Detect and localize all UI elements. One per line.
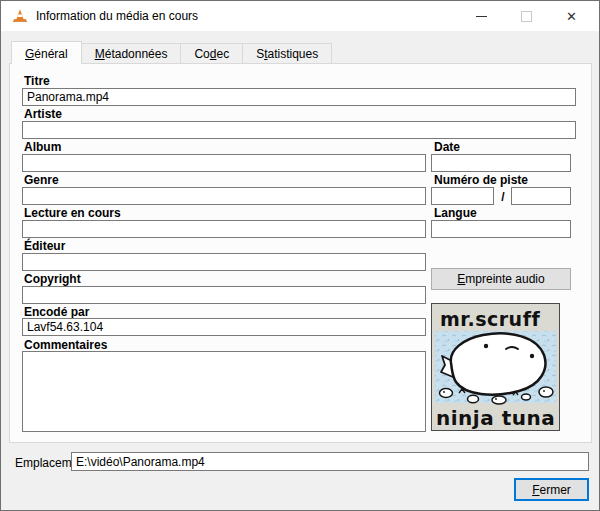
minimize-icon [476, 16, 487, 17]
tab-statistiques[interactable]: Statistiques [243, 43, 332, 64]
artiste-input[interactable] [22, 121, 576, 139]
album-art-image: mr.scruff ninja tuna [431, 303, 560, 431]
maximize-icon [521, 11, 532, 22]
album-label: Album [24, 140, 61, 154]
copyright-input[interactable] [22, 286, 426, 304]
encoded-by-input[interactable] [22, 318, 426, 336]
maximize-button [504, 1, 549, 31]
language-label: Langue [434, 206, 477, 220]
vlc-cone-icon [12, 8, 28, 24]
publisher-label: Éditeur [24, 239, 65, 253]
tab-general[interactable]: Général [11, 41, 82, 64]
track-number-input[interactable] [431, 187, 494, 205]
media-info-dialog: Information du média en cours ✕ Général … [0, 0, 600, 511]
now-playing-label: Lecture en cours [24, 206, 121, 220]
window-controls: ✕ [459, 1, 594, 31]
fermer-button[interactable]: Fermer [514, 478, 589, 501]
close-button[interactable]: ✕ [549, 1, 594, 31]
track-number-label: Numéro de piste [434, 173, 528, 187]
location-input[interactable] [71, 452, 589, 471]
minimize-button[interactable] [459, 1, 504, 31]
album-art-artist-text: mr.scruff [440, 308, 540, 330]
album-input[interactable] [22, 154, 426, 172]
copyright-label: Copyright [24, 272, 81, 286]
tab-bar: Général Métadonnées Codec Statistiques [11, 41, 332, 64]
close-icon: ✕ [566, 10, 577, 23]
titre-label: Titre [24, 74, 50, 88]
date-input[interactable] [431, 154, 571, 172]
album-art-title-text: ninja tuna [436, 406, 555, 430]
genre-input[interactable] [22, 187, 426, 205]
language-input[interactable] [431, 220, 571, 238]
window-title: Information du média en cours [36, 9, 198, 23]
title-bar: Information du média en cours ✕ [1, 1, 599, 31]
tab-metadonnees[interactable]: Métadonnées [82, 43, 182, 64]
comments-label: Commentaires [24, 338, 107, 352]
titre-input[interactable] [22, 88, 576, 106]
comments-textarea[interactable] [22, 351, 426, 432]
date-label: Date [434, 140, 460, 154]
track-number-separator: / [495, 190, 511, 204]
track-total-input[interactable] [511, 187, 571, 205]
now-playing-input[interactable] [22, 220, 426, 238]
genre-label: Genre [24, 173, 59, 187]
artiste-label: Artiste [24, 107, 62, 121]
publisher-input[interactable] [22, 253, 426, 271]
encoded-by-label: Encodé par [24, 305, 89, 319]
tab-codec[interactable]: Codec [181, 43, 243, 64]
audio-fingerprint-button[interactable]: Empreinte audio [431, 268, 571, 290]
